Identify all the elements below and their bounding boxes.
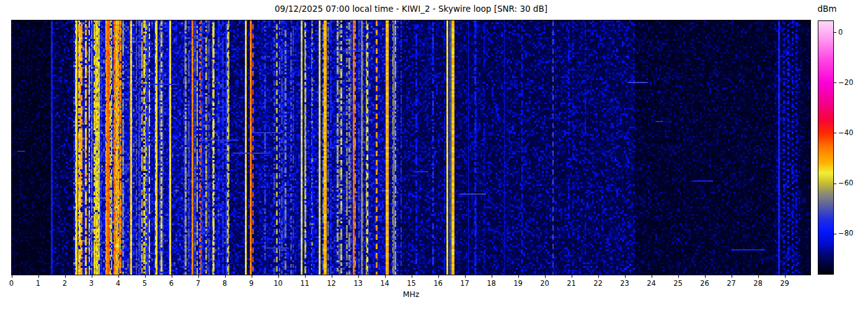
x-tick-label: 0 [1,279,22,288]
x-tick-label: 8 [215,279,236,288]
x-tick-label: 4 [108,279,129,288]
x-tick-label: 26 [694,279,715,288]
x-tick-mark [758,275,759,278]
x-tick-mark [465,275,466,278]
colorbar-tick-label: −40 [838,128,853,138]
x-tick-label: 1 [28,279,49,288]
x-tick-mark [438,275,439,278]
x-tick-mark [625,275,626,278]
x-tick-mark [785,275,786,278]
colorbar-tick-label: −20 [838,78,853,87]
x-tick-label: 11 [294,279,316,288]
x-tick-mark [38,275,39,278]
colorbar-tick-mark [834,32,836,33]
x-tick-mark [572,275,572,278]
x-tick-label: 27 [721,279,742,288]
x-tick-mark [545,275,546,278]
x-tick-mark [492,275,492,278]
x-tick-label: 25 [668,279,689,288]
colorbar-tick-mark [834,184,836,184]
colorbar-tick-mark [834,234,836,234]
x-tick-label: 3 [81,279,102,288]
x-tick-label: 15 [401,279,422,288]
x-tick-label: 14 [374,279,396,288]
x-tick-mark [12,275,12,278]
x-tick-mark [92,275,92,278]
x-tick-mark [652,275,652,278]
x-tick-label: 12 [321,279,342,288]
x-tick-label: 23 [614,279,636,288]
x-tick-label: 13 [348,279,369,288]
x-tick-mark [332,275,332,278]
x-tick-mark [172,275,172,278]
colorbar-label: dBm [813,4,841,14]
x-tick-label: 17 [454,279,476,288]
x-tick-label: 22 [588,279,609,288]
x-tick-label: 21 [561,279,582,288]
x-tick-label: 5 [135,279,156,288]
colorbar-tick-label: 0 [838,28,843,37]
x-tick-label: 2 [55,279,76,288]
x-tick-label: 7 [188,279,209,288]
spectrogram-figure: 09/12/2025 07:00 local time - KIWI_2 - S… [0,0,868,310]
x-tick-label: 24 [641,279,662,288]
x-tick-mark [732,275,732,278]
x-tick-label: 18 [481,279,502,288]
colorbar-tick-mark [834,82,836,83]
x-tick-mark [412,275,412,278]
spectrogram-canvas [12,20,810,275]
x-tick-label: 10 [268,279,289,288]
x-tick-mark [118,275,119,278]
x-tick-mark [598,275,599,278]
x-tick-mark [518,275,519,278]
x-axis-label: MHz [11,290,811,299]
colorbar-tick-label: −80 [838,229,853,238]
x-tick-mark [278,275,279,278]
x-tick-label: 19 [508,279,529,288]
colorbar-tick-label: −60 [838,179,853,188]
colorbar-tick-mark [834,133,836,133]
x-tick-mark [145,275,146,278]
colorbar-canvas [818,21,833,274]
x-tick-label: 20 [534,279,556,288]
x-tick-mark [305,275,306,278]
x-tick-mark [358,275,359,278]
x-tick-label: 9 [241,279,262,288]
x-tick-mark [198,275,199,278]
x-tick-mark [705,275,706,278]
x-tick-mark [678,275,679,278]
figure-title: 09/12/2025 07:00 local time - KIWI_2 - S… [11,4,811,14]
colorbar [818,20,834,275]
x-tick-label: 28 [748,279,769,288]
x-tick-label: 6 [161,279,182,288]
x-tick-mark [65,275,66,278]
spectrogram-plot-area [11,20,811,275]
x-tick-mark [225,275,226,278]
x-tick-label: 16 [428,279,449,288]
x-tick-label: 29 [774,279,795,288]
x-tick-mark [385,275,386,278]
x-tick-mark [252,275,252,278]
